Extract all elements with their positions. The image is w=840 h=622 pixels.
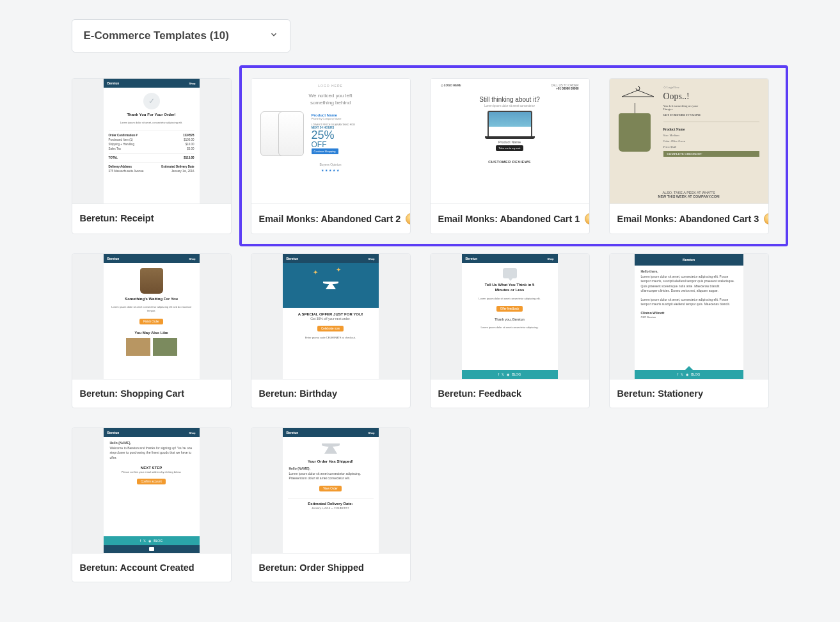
- template-title: Beretun: Shopping Cart: [80, 388, 185, 399]
- speech-bubble-icon: [503, 268, 517, 278]
- hanger-icon: [619, 85, 657, 98]
- template-card-stationery[interactable]: Beretun Hello there, Lorem ipsum dolor s…: [609, 253, 769, 408]
- template-preview: ◇ LogoHere Oops..! You left something on…: [610, 79, 768, 203]
- template-card-abandoned-cart-1[interactable]: ◇ LOGO HERE CALL US TO ORDER+91 00000 00…: [430, 78, 590, 234]
- template-preview: BeretunShop ✦ ✦ A SPECIAL OFFER JUST FOR…: [251, 254, 410, 379]
- template-card-shopping-cart[interactable]: BeretunShop Something's Waiting For You …: [72, 253, 232, 408]
- template-title: Email Monks: Abandoned Cart 1: [438, 214, 580, 224]
- template-title: Beretun: Account Created: [80, 562, 194, 573]
- author-badge-icon: [406, 213, 409, 225]
- template-card-receipt[interactable]: BeretunShop ✓ Thank You For Your Order! …: [72, 78, 232, 234]
- template-card-feedback[interactable]: BeretunShop Tell Us What You Think in 5 …: [430, 253, 590, 408]
- chevron-down-icon: [269, 29, 278, 42]
- category-dropdown[interactable]: E-Commerce Templates (10): [72, 19, 290, 52]
- template-preview: Beretun Hello there, Lorem ipsum dolor s…: [610, 254, 768, 379]
- template-title: Beretun: Stationery: [617, 388, 704, 399]
- template-preview: ◇ LOGO HERE CALL US TO ORDER+91 00000 00…: [431, 79, 589, 203]
- template-title: Email Monks: Abandoned Cart 2: [259, 214, 401, 224]
- template-preview: BeretunShop Tell Us What You Think in 5 …: [431, 254, 589, 379]
- template-card-birthday[interactable]: BeretunShop ✦ ✦ A SPECIAL OFFER JUST FOR…: [251, 253, 411, 408]
- template-title: Email Monks: Abandoned Cart 3: [617, 214, 759, 224]
- template-preview: BeretunShop Hello {NAME}, Welcome to Ber…: [72, 428, 231, 553]
- template-title: Beretun: Receipt: [80, 213, 154, 223]
- template-title: Beretun: Birthday: [259, 388, 337, 399]
- template-card-abandoned-cart-2[interactable]: LOGO HERE We noticed you left something …: [251, 78, 411, 234]
- template-preview: BeretunShop Something's Waiting For You …: [72, 254, 231, 379]
- template-grid: BeretunShop ✓ Thank You For Your Order! …: [72, 78, 769, 582]
- template-preview: BeretunShop ✓ Thank You For Your Order! …: [72, 79, 231, 203]
- template-card-abandoned-cart-3[interactable]: ◇ LogoHere Oops..! You left something on…: [609, 78, 769, 234]
- template-preview: LOGO HERE We noticed you left something …: [251, 79, 410, 203]
- author-badge-icon: [764, 213, 768, 225]
- author-badge-icon: [585, 213, 589, 225]
- template-card-order-shipped[interactable]: BeretunShop Your Order Has Shipped! Hell…: [251, 427, 411, 582]
- dropdown-label: E-Commerce Templates (10): [84, 29, 229, 42]
- template-title: Beretun: Order Shipped: [259, 562, 364, 573]
- template-preview: BeretunShop Your Order Has Shipped! Hell…: [251, 428, 410, 553]
- sailboat-icon: [324, 443, 337, 454]
- template-title: Beretun: Feedback: [438, 388, 522, 399]
- template-card-account-created[interactable]: BeretunShop Hello {NAME}, Welcome to Ber…: [72, 427, 232, 582]
